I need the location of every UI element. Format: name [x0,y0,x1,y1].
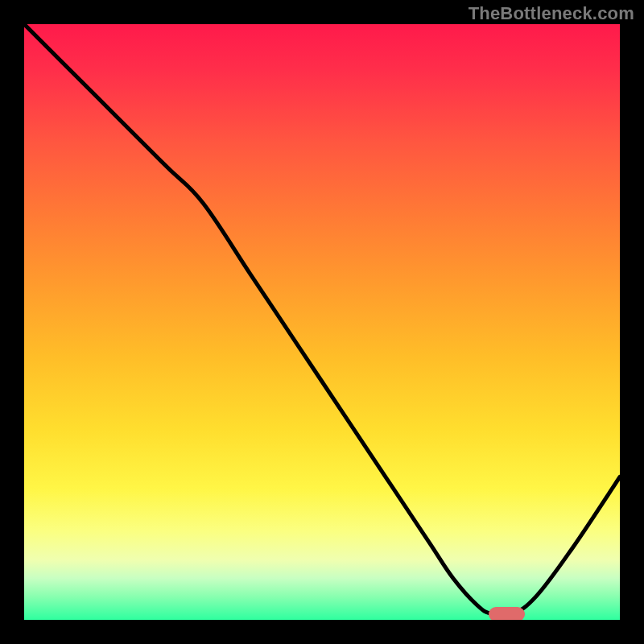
watermark-text: TheBottleneck.com [469,3,634,24]
bottleneck-curve [24,24,620,620]
plot-area [24,24,620,620]
optimal-range-marker [489,607,524,620]
chart-frame: TheBottleneck.com [0,0,644,644]
